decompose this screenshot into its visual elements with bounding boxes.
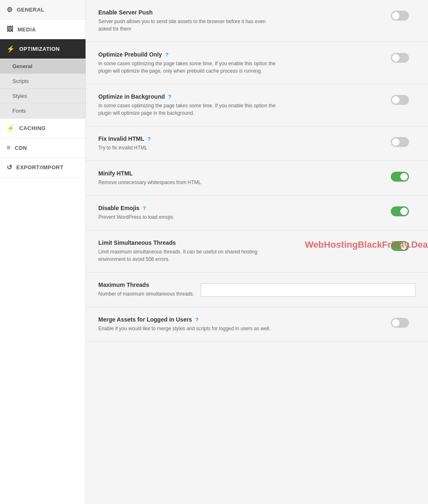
setting-control-fix-html [391,137,416,147]
sidebar-sub-fonts[interactable]: Fonts [0,104,86,118]
setting-desc-server-push: Server push allows you to send site asse… [98,18,280,33]
toggle-optimize-background[interactable] [391,95,409,105]
setting-desc-disable-emojis: Prevent WordPress to load emojis [98,213,173,221]
toggle-limit-threads[interactable] [391,241,409,251]
toggle-disable-emojis[interactable] [391,206,409,216]
toggle-merge-assets[interactable] [391,318,409,328]
sidebar: ⚙ General 🖼 Media ⚡ Optimization General… [0,0,86,504]
sidebar-item-general[interactable]: ⚙ General [0,0,86,20]
setting-info-merge-assets: Merge Assets for Logged in Users ? Enabl… [98,316,271,332]
setting-title-minify-html: Minify HTML [98,170,201,177]
setting-limit-threads: Limit Simultaneous Threads Limit maximum… [86,230,428,272]
media-icon: 🖼 [7,26,14,33]
setting-title-optimize-prebuild: Optimize Prebuild Only ? [98,51,280,58]
optimization-icon: ⚡ [7,45,15,53]
setting-title-merge-assets: Merge Assets for Logged in Users ? [98,316,271,323]
toggle-slider-fix-html [391,137,409,147]
setting-title-max-threads: Maximum Threads [98,282,194,288]
setting-info-disable-emojis: Disable Emojis ? Prevent WordPress to lo… [98,205,173,221]
cdn-icon: ≡ [7,144,11,151]
toggle-slider-server-push [391,11,409,21]
setting-control-disable-emojis [391,206,416,216]
help-icon-disable-emojis[interactable]: ? [143,205,146,211]
setting-control-optimize-background [391,95,416,105]
setting-desc-optimize-background: In some cases optimizing the page takes … [98,102,280,117]
setting-title-disable-emojis: Disable Emojis ? [98,205,173,211]
setting-desc-minify-html: Remove unnecessary whitespaces from HTML [98,179,201,186]
toggle-fix-html[interactable] [391,137,409,147]
setting-info-optimize-background: Optimize in Background ? In some cases o… [98,93,280,117]
setting-disable-emojis: Disable Emojis ? Prevent WordPress to lo… [86,196,428,230]
setting-max-threads: Maximum Threads Number of maximum simult… [86,272,428,307]
setting-control-server-push [391,11,416,21]
sidebar-sub-general[interactable]: General [0,59,86,74]
setting-desc-fix-html: Try to fix invalid HTML [98,144,151,151]
setting-desc-limit-threads: Limit maximum simultaneous threads. It c… [98,248,280,263]
toggle-slider-optimize-background [391,95,409,105]
sidebar-item-export-import[interactable]: ↺ Export/Import [0,158,86,177]
toggle-slider-limit-threads [391,241,409,251]
setting-desc-merge-assets: Enable if you would like to merge styles… [98,325,271,332]
setting-optimize-background: Optimize in Background ? In some cases o… [86,84,428,126]
setting-control-merge-assets [391,318,416,328]
gear-icon: ⚙ [7,6,13,14]
sidebar-item-cdn[interactable]: ≡ CDN [0,138,86,158]
sidebar-sub-scripts[interactable]: Scripts [0,74,86,89]
setting-desc-optimize-prebuild: In some cases optimizing the page takes … [98,60,280,75]
main-content: WebHostingBlackFriday.Deals Enable Serve… [86,0,428,504]
toggle-slider-merge-assets [391,318,409,328]
setting-info-server-push: Enable Server Push Server push allows yo… [98,9,280,33]
setting-fix-html: Fix Invalid HTML ? Try to fix invalid HT… [86,126,428,161]
setting-optimize-prebuild: Optimize Prebuild Only ? In some cases o… [86,42,428,84]
toggle-optimize-prebuild[interactable] [391,53,409,63]
sidebar-sub-styles[interactable]: Styles [0,89,86,104]
sidebar-item-media[interactable]: 🖼 Media [0,20,86,39]
setting-title-server-push: Enable Server Push [98,9,280,16]
caching-icon: ⚡ [7,124,15,132]
sidebar-sub-menu: General Scripts Styles Fonts [0,59,86,118]
export-import-icon: ↺ [7,163,12,171]
help-icon-optimize-background[interactable]: ? [168,94,171,100]
help-icon-fix-html[interactable]: ? [147,136,151,142]
setting-info-optimize-prebuild: Optimize Prebuild Only ? In some cases o… [98,51,280,75]
sidebar-item-optimization[interactable]: ⚡ Optimization [0,39,86,59]
setting-title-fix-html: Fix Invalid HTML ? [98,135,151,142]
setting-merge-assets: Merge Assets for Logged in Users ? Enabl… [86,307,428,342]
setting-info-max-threads: Maximum Threads Number of maximum simult… [98,282,194,298]
setting-control-optimize-prebuild [391,53,416,63]
setting-info-minify-html: Minify HTML Remove unnecessary whitespac… [98,170,201,186]
toggle-slider-optimize-prebuild [391,53,409,63]
setting-desc-max-threads: Number of maximum simultaneous threads. [98,290,194,298]
sidebar-item-caching[interactable]: ⚡ Caching [0,118,86,138]
help-icon-optimize-prebuild[interactable]: ? [165,52,169,58]
setting-control-minify-html [391,172,416,182]
setting-control-limit-threads [391,241,416,251]
setting-info-limit-threads: Limit Simultaneous Threads Limit maximum… [98,239,280,263]
toggle-slider-minify-html [391,172,409,182]
max-threads-input[interactable]: 2 [201,283,416,297]
setting-title-optimize-background: Optimize in Background ? [98,93,280,100]
setting-control-max-threads: 2 [201,283,416,297]
toggle-server-push[interactable] [391,11,409,21]
toggle-minify-html[interactable] [391,172,409,182]
setting-info-fix-html: Fix Invalid HTML ? Try to fix invalid HT… [98,135,151,151]
setting-minify-html: Minify HTML Remove unnecessary whitespac… [86,161,428,196]
setting-title-limit-threads: Limit Simultaneous Threads [98,239,280,246]
help-icon-merge-assets[interactable]: ? [195,317,199,323]
setting-server-push: Enable Server Push Server push allows yo… [86,0,428,42]
toggle-slider-disable-emojis [391,206,409,216]
